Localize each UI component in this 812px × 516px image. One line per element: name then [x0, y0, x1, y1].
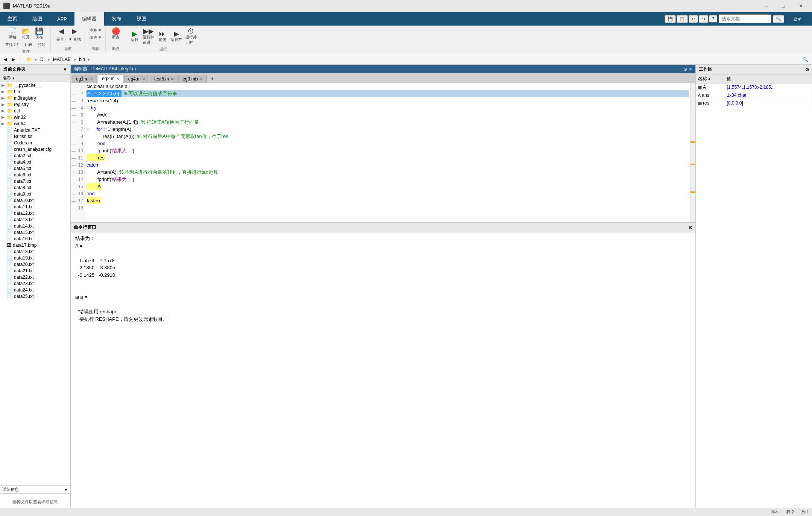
tree-item-data20[interactable]: 📄 data20.txt — [0, 261, 70, 267]
code-area[interactable]: clc,clear all,close all A=[1,2,3;4,5,6];… — [85, 83, 690, 222]
search-input[interactable] — [719, 14, 771, 23]
tree-item-data21[interactable]: 📄 data21.txt — [0, 267, 70, 274]
ws-row-a[interactable]: ▦A [1.5574,1.1578;-2.185... — [696, 83, 812, 91]
tree-item-america[interactable]: 📄 America.TXT — [0, 127, 70, 133]
menu-app[interactable]: APP — [50, 12, 74, 26]
left-panel-expand-btn[interactable]: ▼ — [63, 67, 67, 72]
toolbar-icon-1[interactable]: 💾 — [665, 15, 676, 23]
minimize-button[interactable]: ─ — [758, 1, 774, 11]
maximize-button[interactable]: □ — [775, 1, 792, 11]
toolbar-icon-2[interactable]: 📋 — [677, 15, 688, 23]
close-button[interactable]: ✕ — [792, 1, 809, 11]
tree-item-data11[interactable]: 📄 data11.txt — [0, 203, 70, 210]
tree-item-data23[interactable]: 📄 data23.txt — [0, 280, 70, 287]
breakpoint-button[interactable]: 🔴 断点 — [109, 27, 122, 41]
ws-row-res[interactable]: ▦res [0,0,0,0] — [696, 99, 812, 107]
tree-item-codes[interactable]: 📄 Codes.m — [0, 140, 70, 146]
tree-item-registry[interactable]: ▶ 📁 registry — [0, 101, 70, 108]
new-button[interactable]: 📄 新建 — [6, 27, 19, 41]
goto-button[interactable]: 转至 — [54, 36, 67, 43]
tree-item-data9[interactable]: 📄 data9.txt — [0, 191, 70, 197]
tree-item-data2[interactable]: 📄 data2.txt — [0, 152, 70, 159]
step-button[interactable]: ⏭ 前进 — [156, 27, 169, 46]
tree-item-data6[interactable]: 📄 data6.txt — [0, 171, 70, 178]
forward-addr-btn[interactable]: ▶ — [10, 56, 17, 63]
print-button[interactable]: 打印 — [35, 41, 48, 48]
forward-button[interactable]: ▶ — [68, 27, 81, 35]
close-tab-eg1[interactable]: ✕ — [90, 77, 93, 81]
editor-close-btn[interactable]: ✕ — [689, 67, 692, 72]
tree-item-data10[interactable]: 📄 data10.txt — [0, 197, 70, 203]
find-button[interactable]: ▼ 查找 — [67, 36, 82, 43]
find-file-button[interactable]: 查找文件 — [4, 41, 22, 48]
tree-item-data8[interactable]: 📄 data8.txt — [0, 184, 70, 191]
addr-d[interactable]: D: — [39, 56, 46, 63]
tree-item-util[interactable]: ▶ 📁 util — [0, 108, 70, 114]
ws-row-ans[interactable]: Aans 1x34 char — [696, 91, 812, 99]
tree-item-crash[interactable]: 📄 crash_analyzer.cfg — [0, 146, 70, 152]
run-button[interactable]: ▶ 运行 — [128, 27, 141, 46]
tree-item-data19[interactable]: 📄 data19.txt — [0, 255, 70, 261]
back-addr-btn[interactable]: ◀ — [2, 56, 9, 63]
comment-button[interactable]: 注释 ▼ — [88, 27, 103, 34]
compare-button[interactable]: 比较 — [22, 41, 35, 48]
tab-eg1[interactable]: eg1.m ✕ — [72, 75, 97, 83]
menu-publish[interactable]: 发布 — [104, 12, 129, 26]
indent-button[interactable]: 缩进 ▼ — [88, 34, 103, 41]
addr-matlab[interactable]: MATLAB — [52, 56, 72, 63]
fold-icon-7[interactable]: ▽ — [87, 126, 91, 133]
editor-scrollbar[interactable] — [690, 83, 695, 222]
run-advance-button[interactable]: ▶▶ 运行并前进 — [141, 27, 156, 46]
toolbar-icon-4[interactable]: ↪ — [699, 15, 708, 23]
addr-search[interactable]: 🔍 — [801, 56, 810, 63]
editor-undock-btn[interactable]: ⊙ — [683, 67, 687, 72]
close-tab-eg2[interactable]: ✕ — [116, 77, 119, 81]
tree-item-data24[interactable]: 📄 data24.txt — [0, 287, 70, 293]
close-tab-test5[interactable]: ✕ — [170, 77, 173, 81]
tree-item-data4[interactable]: 📄 data4.txt — [0, 159, 70, 165]
tree-item-data7[interactable]: 📄 data7.txt — [0, 178, 70, 184]
cmd-expand-btn[interactable]: ⊙ — [689, 225, 692, 230]
login-button[interactable]: 登录 — [786, 15, 809, 23]
run-section-button[interactable]: ▶ 运行节 — [169, 27, 184, 46]
addr-bin[interactable]: bin — [77, 56, 87, 63]
close-tab-eg3[interactable]: ✕ — [200, 77, 203, 81]
tab-eg2[interactable]: eg2.m ✕ — [98, 74, 123, 83]
tab-test5[interactable]: test5.m ✕ — [150, 75, 178, 83]
save-button[interactable]: 💾 保存 — [33, 27, 46, 41]
tree-item-m3iregistry[interactable]: ▶ 📁 m3iregistry — [0, 95, 70, 101]
tree-item-html[interactable]: ▶ 📁 html — [0, 88, 70, 95]
tree-item-data17[interactable]: 🖼 data17.bmp — [0, 242, 70, 248]
cmd-body[interactable]: 结果为： A = 1.5574 1.1578 -2.1850 -3.3805 -… — [71, 232, 695, 507]
tree-item-data22[interactable]: 📄 data22.txt — [0, 274, 70, 280]
menu-home[interactable]: 主页 — [0, 12, 25, 26]
tree-item-data25[interactable]: 📄 data25.txt — [0, 293, 70, 299]
close-tab-eg4[interactable]: ✕ — [142, 77, 145, 81]
open-button[interactable]: 📂 打开 — [20, 27, 32, 41]
tree-item-pycache[interactable]: ▶ 📁 __pycache__ — [0, 82, 70, 88]
fold-icon-4[interactable]: ▽ — [87, 104, 91, 111]
up-addr-btn[interactable]: ↑ — [18, 56, 23, 63]
run-time-button[interactable]: ⏱ 运行并计时 — [184, 27, 198, 46]
menu-editor[interactable]: 编辑器 — [74, 12, 104, 26]
detail-expand[interactable]: ▼ — [64, 487, 68, 492]
help-button[interactable]: ? — [709, 15, 717, 23]
tree-item-win64[interactable]: ▶ 📁 win64 — [0, 120, 70, 127]
tree-item-data15[interactable]: 📄 data15.txt — [0, 229, 70, 235]
back-button[interactable]: ◀ — [55, 27, 68, 35]
tree-item-win32[interactable]: ▶ 📁 win32 — [0, 114, 70, 120]
add-tab-button[interactable]: + — [208, 74, 217, 83]
tab-eg3mlx[interactable]: eg3.mlx ✕ — [178, 75, 207, 83]
tab-eg4[interactable]: eg4.m ✕ — [124, 75, 149, 83]
search-button[interactable]: 🔍 — [773, 15, 784, 23]
workspace-expand-btn[interactable]: ⊙ — [805, 67, 809, 72]
browse-btn[interactable]: 📁 — [25, 56, 33, 63]
menu-plot[interactable]: 绘图 — [25, 12, 50, 26]
tree-item-data5[interactable]: 📄 data5.txt — [0, 165, 70, 171]
menu-view[interactable]: 视图 — [129, 12, 154, 26]
tree-item-data12[interactable]: 📄 data12.txt — [0, 210, 70, 216]
tree-item-data16[interactable]: 📄 data16.txt — [0, 235, 70, 242]
tree-item-data18[interactable]: 📄 data18.txt — [0, 248, 70, 255]
tree-item-data13[interactable]: 📄 data13.txt — [0, 216, 70, 223]
tree-item-data14[interactable]: 📄 data14.txt — [0, 223, 70, 229]
